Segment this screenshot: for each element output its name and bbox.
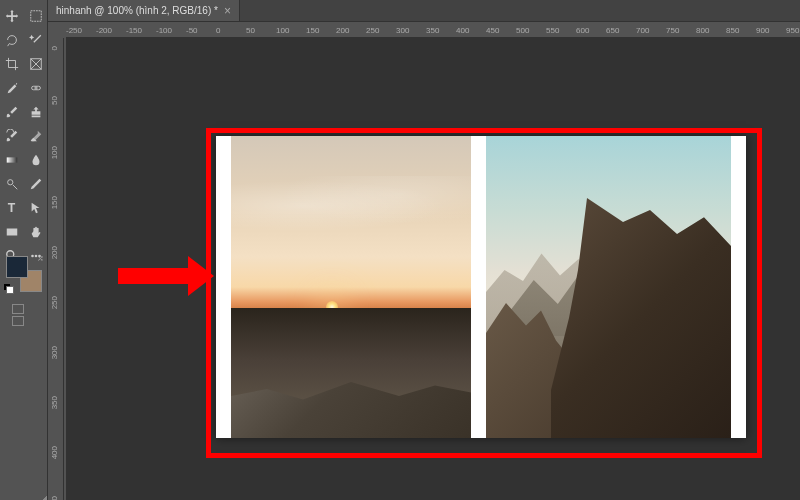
image-layer-1 [231, 136, 471, 438]
foreground-color[interactable] [6, 256, 28, 278]
magic-wand-tool[interactable] [25, 29, 47, 51]
marquee-tool[interactable] [25, 5, 47, 27]
crop-tool[interactable] [1, 53, 23, 75]
svg-rect-3 [7, 157, 18, 162]
lasso-tool[interactable] [1, 29, 23, 51]
pen-tool[interactable] [25, 173, 47, 195]
screen-mode-toggle[interactable] [12, 316, 24, 326]
canvas-area[interactable] [66, 38, 800, 500]
hand-tool[interactable] [25, 221, 47, 243]
vertical-ruler[interactable]: 050100150200250300350400450 [48, 38, 64, 500]
rectangle-tool[interactable] [1, 221, 23, 243]
eraser-tool[interactable] [25, 125, 47, 147]
type-tool[interactable]: T [1, 197, 23, 219]
history-brush-tool[interactable] [1, 125, 23, 147]
healing-tool[interactable] [25, 77, 47, 99]
clone-stamp-tool[interactable] [25, 101, 47, 123]
svg-point-4 [8, 180, 13, 185]
document-tab-title: hinhanh @ 100% (hình 2, RGB/16) * [56, 5, 218, 16]
image-layer-2 [486, 136, 731, 438]
blur-tool[interactable] [25, 149, 47, 171]
quick-mask-toggle[interactable] [12, 304, 24, 314]
gradient-tool[interactable] [1, 149, 23, 171]
quick-mask-section [0, 300, 48, 330]
document-tab[interactable]: hinhanh @ 100% (hình 2, RGB/16) * × [48, 0, 240, 21]
move-tool[interactable] [1, 5, 23, 27]
close-icon[interactable]: × [224, 4, 231, 18]
dodge-tool[interactable] [1, 173, 23, 195]
brush-tool[interactable] [1, 101, 23, 123]
color-swatches[interactable]: ⤭ [6, 256, 42, 292]
eyedropper-tool[interactable] [1, 77, 23, 99]
swap-colors-icon[interactable]: ⤭ [37, 254, 44, 263]
svg-text:T: T [8, 201, 16, 215]
svg-rect-0 [31, 11, 42, 22]
svg-rect-6 [7, 229, 18, 236]
document-tab-bar: hinhanh @ 100% (hình 2, RGB/16) * × [48, 0, 800, 22]
toolbox: T ⤭ [0, 0, 48, 500]
frame-tool[interactable] [25, 53, 47, 75]
default-colors-icon[interactable] [4, 284, 14, 294]
horizontal-ruler[interactable]: -250-200-150-100-50050100150200250300350… [66, 22, 800, 38]
document-canvas[interactable] [216, 136, 746, 438]
path-select-tool[interactable] [25, 197, 47, 219]
